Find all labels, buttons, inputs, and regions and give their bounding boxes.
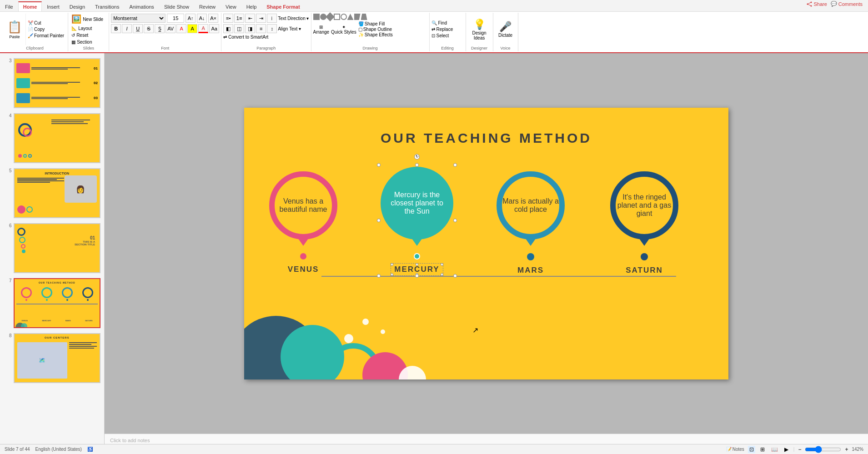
underline-button[interactable]: U — [133, 24, 143, 33]
slide-number-4: 4 — [4, 111, 12, 118]
text-direction-button[interactable]: Text Direction ▾ — [278, 16, 309, 21]
select-button[interactable]: ⊡Select — [431, 33, 464, 38]
normal-view-button[interactable]: ⊡ — [748, 446, 755, 453]
slideshow-button[interactable]: ▶ — [783, 446, 790, 453]
design-ideas-button[interactable]: 💡 Design Ideas — [468, 14, 491, 45]
shape-thumb[interactable] — [347, 14, 354, 20]
find-button[interactable]: 🔍Find — [431, 20, 464, 25]
slide-sorter-button[interactable]: ⊞ — [759, 446, 766, 453]
tab-review[interactable]: Review — [194, 2, 221, 11]
highlight-button[interactable]: A — [187, 24, 197, 33]
shape-fill-button[interactable]: 🪣Shape Fill — [358, 21, 393, 26]
bold-button[interactable]: B — [111, 24, 121, 33]
tab-shapeformat[interactable]: Shape Format — [261, 2, 305, 11]
strikethrough-button[interactable]: S — [144, 24, 154, 33]
shape-thumb[interactable] — [341, 14, 347, 20]
bullets-button[interactable]: ≡• — [223, 14, 233, 23]
quick-styles-button[interactable]: ✦ Quick Styles — [331, 25, 356, 35]
fontcolor-button[interactable]: A — [176, 24, 186, 33]
shape-thumb[interactable] — [326, 12, 335, 21]
deco-circle-white-small2 — [362, 319, 369, 325]
share-button[interactable]: Share — [807, 1, 827, 7]
svg-line-4 — [808, 4, 811, 6]
mercury-label: MERCURY — [394, 265, 439, 274]
justify-button[interactable]: ≡ — [256, 24, 266, 33]
increase-indent-button[interactable]: ⇥ — [256, 14, 266, 23]
font-shrink-button[interactable]: A↓ — [197, 14, 207, 23]
accessibility-icon[interactable]: ♿ — [87, 447, 93, 452]
tab-design[interactable]: Design — [65, 2, 90, 11]
deco-circle-white-small3 — [381, 329, 385, 334]
cut-button[interactable]: ✂️Cut — [27, 20, 65, 26]
reading-view-button[interactable]: 📖 — [770, 446, 779, 453]
shape-thumb[interactable] — [313, 14, 320, 20]
planet-mars[interactable]: Mars is actually a cold place MARS — [497, 171, 565, 275]
tab-help[interactable]: Help — [241, 2, 262, 11]
slide-number-7: 7 — [4, 276, 12, 283]
slide-thumb-4[interactable] — [14, 113, 100, 163]
linespace-button[interactable]: ↕ — [267, 24, 277, 33]
planet-mercury[interactable]: Mercury is the closest planet to the Sun… — [381, 167, 453, 274]
align-right-button[interactable]: ◨ — [245, 24, 255, 33]
align-text-button[interactable]: Align Text ▾ — [278, 26, 301, 31]
slide-thumb-6[interactable]: 01 THIS IS A SECTION TITLE — [14, 223, 100, 273]
font-name-select[interactable]: Montserrat — [111, 14, 166, 23]
planet-venus[interactable]: Venus has a beautiful name VENUS — [269, 171, 337, 274]
paste-button[interactable]: 📋 Paste — [4, 14, 26, 45]
tab-insert[interactable]: Insert — [42, 2, 65, 11]
editing-group: 🔍Find ⇄Replace ⊡Select Editing — [430, 13, 466, 51]
italic-button[interactable]: I — [122, 24, 132, 33]
slide-title: OUR TEACHING METHOD — [244, 130, 728, 146]
shadow-button[interactable]: S̲ — [155, 24, 165, 33]
drawing-group-label: Drawing — [311, 46, 429, 50]
font-grow-button[interactable]: A↑ — [186, 14, 196, 23]
shape-outline-button[interactable]: ▢Shape Outline — [358, 27, 393, 32]
editing-group-label: Editing — [430, 46, 466, 50]
font-case-button[interactable]: Aa — [209, 24, 219, 33]
slide-thumb-3[interactable]: 01 02 — [14, 58, 100, 108]
decrease-indent-button[interactable]: ⇤ — [245, 14, 255, 23]
tab-transitions[interactable]: Transitions — [90, 2, 124, 11]
tab-slideshow[interactable]: Slide Show — [159, 2, 194, 11]
new-slide-button[interactable]: 🖼️New Slide — [70, 14, 107, 25]
convert-smartart-button[interactable]: ⇄ Convert to SmartArt — [223, 35, 309, 40]
voice-group: 🎤 Dictate Voice — [493, 13, 518, 51]
language-indicator: English (United States) — [35, 447, 82, 452]
tab-animations[interactable]: Animations — [124, 2, 159, 11]
align-left-button[interactable]: ◧ — [223, 24, 233, 33]
slides-group: 🖼️New Slide 📐Layout ↺Reset ▦Section Slid… — [68, 13, 109, 51]
dictate-button[interactable]: 🎤 Dictate — [495, 14, 516, 45]
shape-effects-button[interactable]: ✨Shape Effects — [358, 32, 393, 37]
replace-button[interactable]: ⇄Replace — [431, 27, 464, 32]
planet-saturn[interactable]: It's the ringed planet and a gas giant S… — [610, 171, 678, 275]
copy-button[interactable]: 📄Copy — [27, 26, 65, 32]
zoom-separator: | — [793, 447, 795, 452]
align-center-button[interactable]: ◫ — [234, 24, 244, 33]
slide-number-6: 6 — [4, 221, 12, 228]
font-size-input[interactable] — [167, 14, 184, 23]
format-painter-button[interactable]: 🖌️Format Painter — [27, 33, 65, 39]
tab-home[interactable]: Home — [18, 1, 42, 11]
slide-thumb-7[interactable]: OUR TEACHING METHOD — [14, 278, 100, 328]
zoom-in-button[interactable]: + — [845, 446, 848, 453]
charspacing-button[interactable]: AV — [166, 24, 176, 33]
designer-group-label: Designer — [466, 46, 493, 50]
shape-thumb[interactable] — [361, 14, 367, 20]
slide-thumb-5[interactable]: INTRODUCTION 👩 — [14, 168, 100, 218]
section-button[interactable]: ▦Section — [70, 39, 107, 45]
clear-format-button[interactable]: A× — [208, 14, 218, 23]
columns-button[interactable]: ⫶ — [267, 14, 277, 23]
tab-file[interactable]: File — [0, 2, 18, 11]
shape-thumb[interactable] — [354, 14, 361, 20]
arrange-button[interactable]: ⊞ Arrange — [313, 25, 330, 35]
numbering-button[interactable]: 1≡ — [234, 14, 244, 23]
zoom-slider[interactable] — [805, 447, 841, 452]
comments-button[interactable]: 💬 Comments — [831, 1, 863, 7]
notes-button[interactable]: 📝 Notes — [726, 447, 744, 452]
zoom-out-button[interactable]: − — [798, 446, 801, 453]
tab-view[interactable]: View — [221, 2, 241, 11]
slide-thumb-8[interactable]: OUR CENTERS 🗺️ — [14, 333, 100, 383]
textcolor2-button[interactable]: A — [198, 24, 208, 33]
layout-button[interactable]: 📐Layout — [70, 25, 107, 31]
reset-button[interactable]: ↺Reset — [70, 32, 107, 38]
